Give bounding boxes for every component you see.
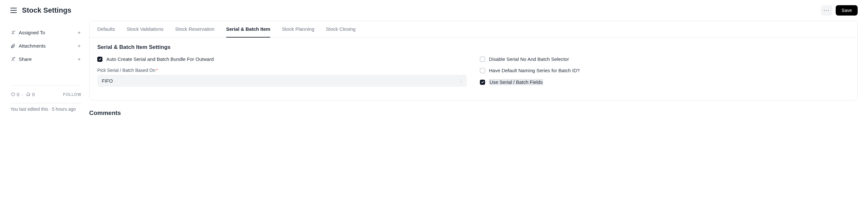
- check-icon: [481, 80, 485, 84]
- checkbox-input[interactable]: [480, 57, 485, 62]
- sidebar-item-attachments[interactable]: Attachments: [10, 39, 82, 52]
- checkbox-label: Auto Create Serial and Batch Bundle For …: [106, 56, 214, 62]
- required-indicator: *: [156, 68, 158, 73]
- checkbox-label: Have Default Naming Series for Batch ID?: [489, 68, 580, 73]
- page-header: Stock Settings ··· Save: [0, 0, 868, 21]
- tab-stock-closing[interactable]: Stock Closing: [326, 21, 356, 37]
- more-button[interactable]: ···: [821, 5, 833, 16]
- plus-icon[interactable]: [77, 30, 82, 35]
- pick-serial-batch-select[interactable]: FIFO: [97, 75, 467, 87]
- tabs: Defaults Stock Validations Stock Reserva…: [90, 21, 857, 37]
- checkbox-input[interactable]: [480, 80, 485, 85]
- divider: [10, 85, 82, 85]
- check-icon: [98, 57, 102, 61]
- sidebar-item-share[interactable]: Share: [10, 52, 82, 66]
- plus-icon[interactable]: [77, 44, 82, 48]
- heart-icon: [10, 92, 16, 97]
- field-label: Pick Serial / Batch Based On*: [97, 68, 467, 73]
- header-right: ··· Save: [821, 5, 858, 16]
- svg-point-2: [14, 57, 15, 58]
- attachments-icon: [10, 44, 16, 49]
- page-title: Stock Settings: [22, 6, 71, 15]
- share-icon: [10, 57, 16, 62]
- menu-icon[interactable]: [10, 8, 17, 13]
- likes-count: 0: [17, 92, 20, 97]
- select-chevron-icon: [459, 79, 462, 83]
- checkbox-label: Disable Serial No And Batch Selector: [489, 56, 569, 62]
- stat-dot: ·: [22, 92, 23, 97]
- checkbox-input[interactable]: [480, 68, 485, 73]
- tab-stock-reservation[interactable]: Stock Reservation: [175, 21, 215, 37]
- tab-stock-planning[interactable]: Stock Planning: [282, 21, 314, 37]
- left-column: Auto Create Serial and Batch Bundle For …: [97, 56, 467, 91]
- sidebar: Assigned To Attachments: [10, 21, 82, 116]
- tab-stock-validations[interactable]: Stock Validations: [127, 21, 163, 37]
- save-button[interactable]: Save: [836, 5, 858, 16]
- checkbox-label: Use Serial / Batch Fields: [489, 79, 543, 85]
- settings-card: Defaults Stock Validations Stock Reserva…: [89, 21, 858, 100]
- checkbox-input[interactable]: [97, 57, 102, 62]
- main-content: Defaults Stock Validations Stock Reserva…: [89, 21, 858, 116]
- comment-icon: [26, 92, 31, 97]
- checkbox-disable-selector[interactable]: Disable Serial No And Batch Selector: [480, 56, 849, 62]
- sidebar-item-label: Share: [19, 56, 32, 62]
- sidebar-item-label: Assigned To: [19, 30, 45, 35]
- likes-stat[interactable]: 0: [10, 92, 20, 97]
- sidebar-item-assigned-to[interactable]: Assigned To: [10, 26, 82, 39]
- pick-serial-batch-field: Pick Serial / Batch Based On* FIFO: [97, 68, 467, 87]
- checkbox-auto-create[interactable]: Auto Create Serial and Batch Bundle For …: [97, 56, 467, 62]
- section-title: Serial & Batch Item Settings: [97, 44, 849, 51]
- sidebar-item-label: Attachments: [19, 43, 45, 49]
- right-column: Disable Serial No And Batch Selector Hav…: [480, 56, 849, 91]
- assigned-to-icon: [10, 30, 16, 35]
- sidebar-stats: 0 · 0 FOLLOW: [10, 89, 82, 100]
- svg-point-1: [12, 58, 13, 59]
- comments-title: Comments: [89, 109, 858, 116]
- comments-stat[interactable]: 0: [26, 92, 35, 97]
- plus-icon[interactable]: [77, 57, 82, 61]
- header-left: Stock Settings: [10, 6, 71, 15]
- checkbox-default-naming[interactable]: Have Default Naming Series for Batch ID?: [480, 68, 849, 73]
- comments-count: 0: [32, 92, 35, 97]
- tab-defaults[interactable]: Defaults: [97, 21, 115, 37]
- checkbox-use-serial-batch-fields[interactable]: Use Serial / Batch Fields: [480, 79, 849, 85]
- last-edited-meta: You last edited this · 5 hours ago: [10, 103, 82, 112]
- svg-point-0: [12, 31, 13, 32]
- select-value: FIFO: [102, 78, 113, 84]
- tab-serial-batch-item[interactable]: Serial & Batch Item: [226, 21, 271, 37]
- follow-link[interactable]: FOLLOW: [63, 92, 82, 97]
